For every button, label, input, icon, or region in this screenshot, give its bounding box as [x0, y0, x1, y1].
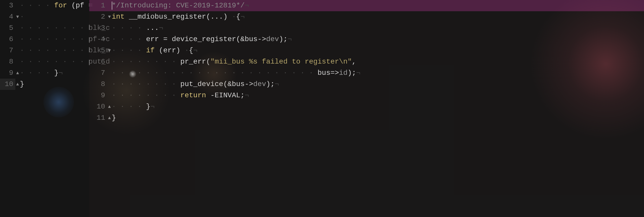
token-type: int [112, 13, 129, 21]
token-ws: · · · · [20, 69, 54, 77]
token-ws: · · · · [112, 24, 146, 32]
code-line[interactable]: 5▼· · · · if (err) ·{¬ [89, 45, 644, 56]
token-ws: · · · · · · · · [20, 46, 89, 54]
fold-indicator-icon[interactable]: ▲ [15, 79, 20, 90]
code-line[interactable]: 8· · · · · · · · put_device(&bus->dev);¬ [89, 79, 644, 90]
line-number[interactable]: 5 [89, 45, 107, 56]
code-line[interactable]: 10▲· · · · }¬ [89, 101, 644, 112]
code-content[interactable]: int __mdiobus_register(...) ·{¬ [112, 13, 245, 21]
code-line[interactable]: 4· · · · err = device_register(&bus->dev… [89, 34, 644, 45]
line-number[interactable]: 5 [0, 22, 15, 34]
code-line[interactable]: 7· · · · · · · · · · · · · · · · · · · ·… [89, 67, 644, 79]
code-content[interactable]: · · · · err = device_register(&bus->dev)… [112, 35, 292, 43]
code-content[interactable]: · · · · }¬ [20, 69, 63, 77]
code-content[interactable]: */Introducing: CVE-2019-12819*/¬ [112, 2, 249, 9]
token-punct: ) [176, 46, 185, 54]
code-content[interactable]: · · · · if (err) ·{¬ [112, 46, 197, 54]
code-line[interactable]: 10▲} [0, 79, 89, 90]
line-number[interactable]: 9 [89, 90, 107, 101]
fold-indicator-icon[interactable]: ▲ [107, 101, 112, 112]
token-fn: put_device [180, 80, 223, 88]
fold-indicator-icon[interactable]: ▲ [107, 112, 112, 124]
code-line[interactable]: 3· · · · ...¬ [89, 22, 644, 34]
code-content[interactable]: · · · · · · · · return -EINVAL;¬ [112, 91, 249, 99]
token-ws: · · · · · · · · [112, 91, 180, 99]
line-number[interactable]: 8 [0, 56, 15, 67]
code-content[interactable]: } [20, 80, 24, 88]
fold-indicator-icon[interactable]: ▲ [15, 67, 20, 79]
token-ws: · · · · · · · · [112, 58, 180, 66]
token-punct: ( [236, 35, 240, 43]
token-fn: pr_err [180, 58, 206, 66]
line-number[interactable]: 10 [0, 79, 15, 90]
token-punct: ); [279, 35, 288, 43]
code-line[interactable]: 4▼· [0, 11, 89, 22]
line-number[interactable]: 3 [89, 22, 107, 34]
token-ident: err [146, 35, 163, 43]
code-line[interactable]: 8· · · · · · · · put_d [0, 56, 89, 67]
code-line[interactable]: 5· · · · · · · · blk_c [0, 22, 89, 34]
token-ws: · · · · · · · · [20, 35, 89, 43]
token-ws: ¬ [245, 2, 249, 9]
line-number[interactable]: 8 [89, 79, 107, 90]
token-op: ... [210, 13, 223, 21]
line-number[interactable]: 9 [0, 67, 15, 79]
token-fn: __mdiobus_register [129, 13, 206, 21]
code-line[interactable]: 9· · · · · · · · return -EINVAL;¬ [89, 90, 644, 101]
token-ws: · [185, 46, 189, 54]
code-line[interactable]: 6· · · · · · · · pr_err("mii_bus %s fail… [89, 56, 644, 67]
token-op: -> [257, 35, 266, 43]
line-number[interactable]: 4 [89, 34, 107, 45]
token-const: EINVAL [215, 91, 240, 99]
token-ws: · [232, 13, 236, 21]
fold-indicator-icon[interactable]: ▼ [107, 45, 112, 56]
token-comment: */Introducing: CVE-2019-12819*/ [112, 2, 245, 9]
line-number[interactable]: 7 [89, 67, 107, 79]
line-number[interactable]: 11 [89, 112, 107, 124]
code-content[interactable]: · · · · · · · · pr_err("mii_bus %s faile… [112, 58, 356, 66]
code-content[interactable]: · · · · · · · · put_device(&bus->dev);¬ [112, 80, 279, 88]
code-content[interactable]: · [20, 13, 29, 21]
code-line[interactable]: 1*/Introducing: CVE-2019-12819*/¬ [89, 0, 644, 11]
line-number[interactable]: 7 [0, 45, 15, 56]
line-number[interactable]: 10 [89, 101, 107, 112]
token-ident: bus [318, 69, 330, 77]
token-op: & [240, 35, 245, 43]
token-punct: { [189, 46, 193, 54]
code-content[interactable]: · · · · }¬ [112, 103, 155, 111]
token-ws: ¬ [150, 103, 155, 111]
fold-indicator-icon[interactable]: ▼ [15, 11, 20, 22]
token-punct: , [352, 58, 356, 66]
token-punct: ; [240, 91, 245, 99]
token-ws: ¬ [240, 13, 245, 21]
token-punct: } [146, 103, 150, 111]
code-line[interactable]: 6· · · · · · · · pf->c [0, 34, 89, 45]
line-number[interactable]: 6 [0, 34, 15, 45]
code-content[interactable]: } [112, 114, 116, 122]
token-ident: bus [232, 80, 245, 88]
line-number[interactable]: 2 [89, 11, 107, 22]
code-line[interactable]: 9▲· · · · }¬ [0, 67, 89, 79]
code-line[interactable]: 7· · · · · · · · blk_m [0, 45, 89, 56]
fold-indicator-icon[interactable]: ▼ [107, 11, 112, 22]
token-punct: ( [206, 58, 210, 66]
line-number[interactable]: 6 [89, 56, 107, 67]
code-content[interactable]: · · · · · · · · · · · · · · · · · · · · … [112, 69, 361, 77]
code-line[interactable]: 3· · · · for (pf = [0, 0, 89, 11]
line-number[interactable]: 3 [0, 0, 15, 11]
token-punct: ) [223, 13, 232, 21]
code-content[interactable]: · · · · ...¬ [112, 24, 163, 32]
token-punct: ); [266, 80, 275, 88]
code-line[interactable]: 2▼int __mdiobus_register(...) ·{¬ [89, 11, 644, 22]
background-code-lines: 3· · · · for (pf =4▼· 5· · · · · · · · b… [0, 0, 89, 90]
code-content[interactable]: · · · · for (pf = [20, 2, 93, 9]
line-number[interactable]: 1 [89, 0, 107, 11]
token-ws: · · · · [20, 2, 54, 9]
token-ws: · · · · [112, 103, 146, 111]
line-number[interactable]: 4 [0, 11, 15, 22]
code-line[interactable]: 11▲} [89, 112, 644, 124]
token-punct: ); [348, 69, 356, 77]
token-punct: ( [159, 46, 163, 54]
token-ws: ¬ [193, 46, 197, 54]
token-ws: ¬ [58, 69, 63, 77]
